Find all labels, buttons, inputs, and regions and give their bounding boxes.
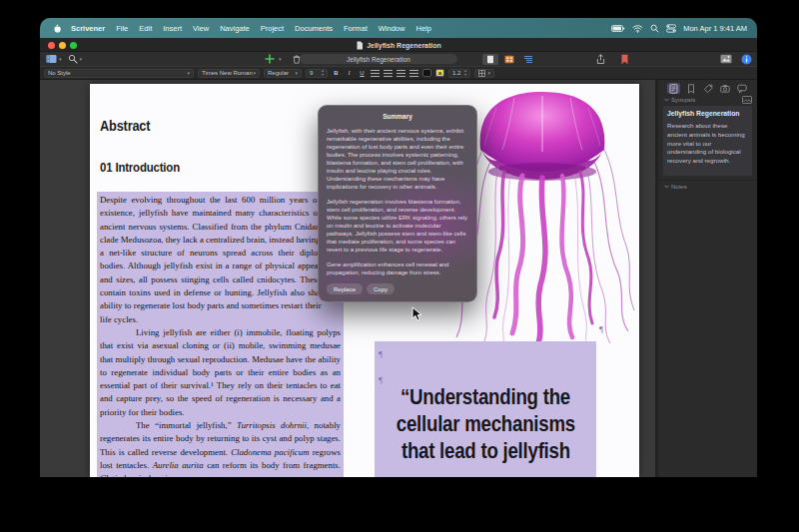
- pilcrow-mark: ¶: [379, 349, 383, 359]
- pilcrow-mark: ¶: [379, 375, 383, 385]
- style-dropdown[interactable]: No Style▾: [44, 69, 194, 78]
- menu-navigate[interactable]: Navigate: [220, 24, 250, 33]
- document-icon: [356, 41, 364, 50]
- quote-line: “Understanding the: [375, 383, 596, 410]
- paragraph: The “immortal jellyfish,” Turritopsis do…: [100, 419, 341, 477]
- bookmarks-icon: [687, 84, 695, 94]
- tab-bookmarks[interactable]: [684, 83, 697, 94]
- comment-bubble-icon: [737, 84, 747, 94]
- popup-title: Summary: [327, 113, 468, 121]
- menu-help[interactable]: Help: [415, 24, 430, 33]
- menu-scrivener[interactable]: Scrivener: [71, 24, 105, 33]
- align-left-button[interactable]: [371, 70, 380, 77]
- apple-menu-icon[interactable]: [50, 23, 63, 34]
- menu-format[interactable]: Format: [344, 24, 368, 33]
- font-size-stepper[interactable]: 9▴▾: [306, 69, 328, 78]
- desktop: ScrivenerFileEditInsertViewNavigateProje…: [0, 0, 799, 532]
- summary-popup: Summary Jellyfish, with their ancient ne…: [318, 105, 477, 302]
- popup-paragraph: Jellyfish, with their ancient nervous sy…: [327, 127, 468, 191]
- copy-button[interactable]: Copy: [367, 283, 395, 294]
- tab-snapshots[interactable]: [718, 83, 731, 94]
- binder-toggle-icon[interactable]: [46, 54, 57, 64]
- align-justify-button[interactable]: [409, 70, 418, 77]
- popup-paragraph: Jellyfish regeneration involves blastema…: [327, 198, 468, 254]
- add-item-icon[interactable]: [265, 54, 275, 64]
- heading-introduction: 01 Introduction: [100, 160, 191, 175]
- tab-comments[interactable]: [735, 83, 748, 94]
- outline-view-icon: [523, 55, 533, 64]
- popup-actions: ReplaceCopy: [327, 283, 468, 294]
- battery-icon: [611, 24, 625, 33]
- notes-icon: [669, 84, 678, 94]
- align-right-button[interactable]: [397, 70, 405, 77]
- menu-clock[interactable]: Mon Apr 1 9:41 AM: [683, 24, 747, 33]
- toolbar: ▾ ▾ ▾ ▾: [40, 52, 757, 66]
- heading-abstract: Abstract: [100, 118, 157, 134]
- view-outline-button[interactable]: [520, 54, 536, 65]
- document-view-icon: [486, 55, 494, 64]
- synopsis-section-header[interactable]: Synopsis: [664, 97, 695, 103]
- window-title-bar: Jellyfish Regeneration: [40, 38, 757, 52]
- insert-table-dropdown[interactable]: ▾: [474, 69, 494, 78]
- line-spacing-stepper[interactable]: 1.2▴▾: [448, 69, 470, 78]
- menu-documents[interactable]: Documents: [295, 24, 333, 33]
- italic-button[interactable]: I: [345, 70, 354, 76]
- chevron-down-icon: [664, 185, 669, 189]
- view-document-button[interactable]: [482, 54, 498, 65]
- menu-insert[interactable]: Insert: [163, 24, 182, 33]
- search-icon[interactable]: [68, 54, 78, 64]
- highlight-color-swatch[interactable]: a: [435, 69, 444, 77]
- tag-icon: [703, 84, 713, 94]
- body-text[interactable]: Despite evolving throughout the last 600…: [97, 192, 344, 477]
- search-chevron-icon[interactable]: ▾: [80, 57, 83, 62]
- synopsis-title: Jellyfish Regeneration: [667, 110, 748, 117]
- pilcrow-mark: ¶: [599, 324, 603, 334]
- quote-line: cellular mechanisms: [375, 410, 596, 437]
- font-variant-dropdown[interactable]: Regular▾: [264, 69, 302, 78]
- synopsis-card[interactable]: Jellyfish Regeneration Research about th…: [663, 106, 752, 176]
- inspector-tabs: [658, 82, 757, 95]
- paragraph: Despite evolving throughout the last 600…: [100, 194, 341, 326]
- inspector-divider: [658, 180, 757, 181]
- menu-file[interactable]: File: [116, 24, 128, 33]
- paragraph: Living jellyfish are either (i) immobile…: [100, 326, 341, 419]
- inspector-panel: Synopsis Jellyfish Regeneration Research…: [657, 80, 757, 477]
- synopsis-image-icon[interactable]: [742, 96, 752, 104]
- font-dropdown[interactable]: Times New Roman▾: [198, 69, 260, 78]
- menu-edit[interactable]: Edit: [139, 24, 152, 33]
- menu-project[interactable]: Project: [261, 24, 284, 33]
- menu-window[interactable]: Window: [379, 24, 405, 33]
- synopsis-text: Research about these ancient animals is …: [667, 122, 748, 166]
- text-color-swatch[interactable]: [422, 69, 431, 77]
- notes-section-header[interactable]: Notes: [664, 184, 687, 190]
- menu-view[interactable]: View: [193, 24, 209, 33]
- quote-line: that lead to jellyfish: [375, 437, 596, 464]
- media-icon[interactable]: [720, 54, 732, 64]
- pull-quote-block[interactable]: ¶ ¶ “Understanding thecellular mechanism…: [375, 341, 596, 477]
- binder-chevron-icon[interactable]: ▾: [59, 57, 62, 62]
- underline-button[interactable]: U: [358, 70, 367, 76]
- popup-paragraphs: Jellyfish, with their ancient nervous sy…: [327, 127, 468, 276]
- corkboard-view-icon: [504, 55, 514, 64]
- menu-items: ScrivenerFileEditInsertViewNavigateProje…: [71, 24, 431, 33]
- format-bar: No Style▾ Times New Roman▾ Regular▾ 9▴▾ …: [40, 66, 757, 80]
- table-grid-icon: [478, 70, 485, 77]
- bookmark-icon[interactable]: [620, 54, 629, 65]
- quick-reference-icon[interactable]: [595, 54, 606, 65]
- view-corkboard-button[interactable]: [501, 54, 517, 65]
- chevron-down-icon: [664, 98, 669, 102]
- control-center-icon[interactable]: [666, 24, 676, 33]
- mouse-cursor: [411, 306, 422, 321]
- mac-screen: ScrivenerFileEditInsertViewNavigateProje…: [40, 18, 757, 477]
- spotlight-search-icon[interactable]: [650, 24, 659, 33]
- document-title-field[interactable]: Jellyfish Regeneration: [300, 54, 457, 64]
- add-chevron-icon[interactable]: ▾: [279, 57, 282, 62]
- tab-metadata[interactable]: [701, 83, 714, 94]
- tab-notes[interactable]: [667, 83, 680, 94]
- pull-quote-text: “Understanding thecellular mechanismstha…: [375, 383, 596, 464]
- replace-button[interactable]: Replace: [327, 283, 363, 294]
- menu-status: Mon Apr 1 9:41 AM: [611, 24, 747, 33]
- inspector-info-icon[interactable]: [741, 54, 752, 65]
- align-center-button[interactable]: [384, 70, 393, 77]
- bold-button[interactable]: B: [332, 70, 341, 76]
